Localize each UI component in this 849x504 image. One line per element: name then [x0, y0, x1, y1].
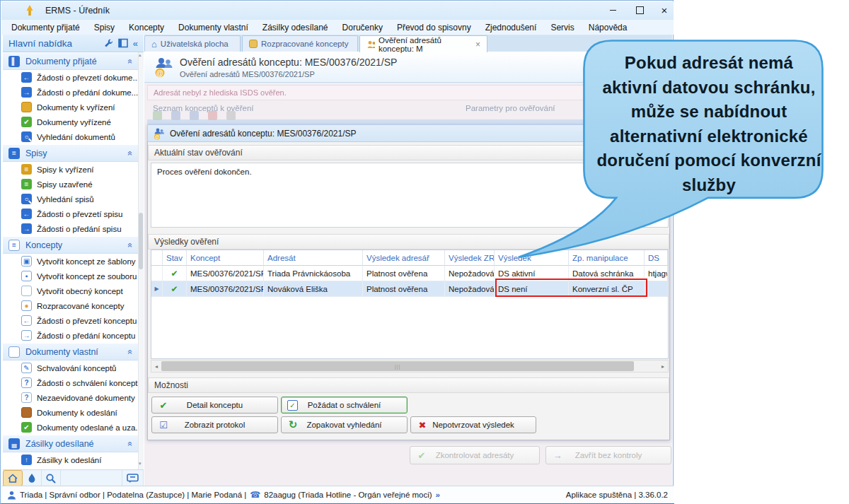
tab-rozpracovane-koncepty[interactable]: Rozpracované koncepty: [242, 35, 358, 52]
isds-notice-text: Adresát nebyl z hlediska ISDS ověřen.: [154, 88, 287, 97]
scroll-down-icon[interactable]: ▾: [139, 461, 142, 467]
scroll-left-icon[interactable]: ◂: [151, 363, 161, 370]
statusbar-more-icon[interactable]: »: [436, 491, 440, 499]
table-horizontal-scrollbar[interactable]: ◂ ||| ▸: [151, 360, 669, 373]
sidebar-item[interactable]: ↑ Zásilky k odeslání: [3, 452, 138, 467]
header-koncept[interactable]: Koncept: [187, 250, 264, 266]
menu-item[interactable]: Zásilky odesílané: [255, 21, 335, 34]
menu-item[interactable]: Dokumenty přijaté: [4, 21, 87, 34]
zopakovat-vyhledani-button[interactable]: ↻ Zopakovat vyhledání: [281, 416, 408, 433]
sidebar-item[interactable]: Dokumenty k vyřízení: [3, 100, 138, 115]
sidebar-group-dokumenty-vlastni[interactable]: Dokumenty vlastní »: [3, 343, 138, 361]
sidebar-group-zasilky-odesilane[interactable]: ▄ Zásilky odesílané »: [3, 435, 138, 452]
header-vysledek-adresar[interactable]: Výsledek adresář: [363, 250, 445, 266]
close-button[interactable]: ×: [655, 3, 674, 18]
sidebar-item[interactable]: ○ Vyhledání dokumentů: [3, 129, 138, 144]
collapse-sidebar-icon[interactable]: «: [133, 38, 138, 49]
sidebar-item[interactable]: ▣ Vytvořit koncept ze šablony: [3, 254, 138, 269]
sidebar-item[interactable]: ✔ Dokumenty vyřízené: [3, 115, 138, 129]
sidebar-item[interactable]: ← Žádosti o převzetí spisu: [3, 206, 138, 221]
button-label: Zavřít bez kontroly: [546, 451, 671, 459]
sidebar-item-icon: [21, 407, 32, 418]
chevron-up-icon[interactable]: »: [125, 151, 135, 156]
sidebar-toolbar: [3, 469, 144, 486]
home-tool-button[interactable]: [3, 470, 23, 486]
menu-item[interactable]: Servis: [543, 21, 581, 34]
search-tool-button[interactable]: [42, 470, 61, 486]
sidebar-item[interactable]: → Žádosti o předání dokume...: [3, 85, 138, 100]
chevron-up-icon[interactable]: »: [125, 59, 135, 64]
sidebar-group-spisy[interactable]: ≡ Spisy »: [3, 144, 138, 162]
sidebar-item[interactable]: → Žádosti o předání konceptu: [3, 328, 138, 343]
chevron-up-icon[interactable]: »: [125, 242, 135, 247]
sidebar-item-label: Dokumenty k odeslání: [37, 409, 117, 417]
sidebar-item-label: Rozpracované koncepty: [37, 302, 124, 310]
sidebar-item[interactable]: ≡ Spisy k vyřízení: [3, 162, 138, 177]
sidebar-item[interactable]: → Žádosti o předání spisu: [3, 221, 138, 236]
group-zasilky-icon: ▄: [8, 438, 20, 450]
cell-adresat: Nováková Eliška: [264, 281, 363, 297]
sidebar-item-label: Žádosti o schválení konceptů: [37, 379, 138, 387]
scroll-right-icon[interactable]: ▸: [658, 363, 668, 370]
sidebar-item[interactable]: ○ Vyhledání spisů: [3, 192, 138, 206]
tab-uzivatelska-plocha[interactable]: ⌂ Uživatelská plocha: [144, 35, 241, 52]
sidebar-item[interactable]: ● Rozpracované koncepty: [3, 298, 138, 313]
maximize-button[interactable]: [630, 3, 649, 18]
detail-konceptu-button[interactable]: ✔ Detail konceptu: [151, 397, 278, 414]
cell-vysledek-adresar: Platnost ověřena: [363, 266, 445, 281]
sidebar-item[interactable]: ← Žádosti o převzetí konceptu: [3, 313, 138, 328]
sidebar-item-label: Schvalování konceptů: [37, 364, 117, 373]
header-adresat[interactable]: Adresát: [264, 250, 363, 266]
scrollbar-thumb[interactable]: |||: [161, 361, 634, 371]
sidebar-scrollbar-thumb[interactable]: [139, 213, 143, 269]
zobrazit-protokol-button[interactable]: ☑ Zobrazit protokol: [151, 416, 278, 433]
minimize-button[interactable]: [603, 3, 622, 18]
page-subtitle: Ověření adresátů MES/00376/2021/SP: [180, 70, 315, 78]
sidebar-item[interactable]: Dokumenty k odeslání: [3, 405, 138, 420]
wrench-icon[interactable]: [103, 38, 113, 48]
sidebar-item[interactable]: ? Nezaevidované dokumenty: [3, 390, 138, 405]
group-label: Spisy: [25, 148, 47, 158]
check-icon: ✔: [158, 400, 169, 411]
sidebar-item[interactable]: Vytvořit obecný koncept: [3, 283, 138, 298]
sidebar-group-koncepty[interactable]: ≡ Koncepty »: [3, 236, 138, 254]
pozadat-o-schv-button[interactable]: ✓ Požádat o schválení: [281, 397, 408, 414]
sidebar-item[interactable]: ✎ Schvalování konceptů: [3, 361, 138, 375]
statusbar-app-state: Aplikace spuštěna | 3.36.0.2: [566, 491, 668, 499]
chevron-up-icon[interactable]: »: [125, 349, 135, 354]
menu-item[interactable]: Koncepty: [122, 21, 171, 34]
cell-koncept: MES/00376/2021/SP: [187, 281, 264, 297]
maximize-icon: [636, 6, 644, 14]
sidebar-item[interactable]: ≡ Spisy uzavřené: [3, 177, 138, 192]
window-title: ERMS - Úředník: [45, 6, 110, 16]
sidebar-item[interactable]: ? Žádosti o schválení konceptů: [3, 375, 138, 390]
callout-line: může se nabídnout: [582, 100, 836, 124]
messages-tool-button[interactable]: [122, 470, 144, 486]
sidebar-item[interactable]: ▪ Vytvořit koncept ze souboru: [3, 269, 138, 283]
panel-layout-icon[interactable]: [118, 38, 128, 48]
sidebar-item[interactable]: ← Žádosti o převzetí dokume...: [3, 70, 138, 85]
zavrit-bez-kontroly-button-disabled[interactable]: → Zavřít bez kontroly: [545, 446, 671, 464]
sidebar-group-dokumenty-prijate[interactable]: ▌ Dokumenty přijaté »: [3, 52, 138, 70]
sidebar-item-label: Nezaevidované dokumenty: [37, 394, 135, 402]
menu-item[interactable]: Zjednodušení: [478, 21, 544, 34]
sidebar-item-icon: ●: [21, 300, 32, 311]
menu-item[interactable]: Doručenky: [335, 21, 390, 34]
button-label: Zobrazit protokol: [152, 421, 277, 429]
group-koncepty-icon: ≡: [8, 240, 20, 251]
menu-item[interactable]: Nápověda: [582, 21, 635, 34]
header-stav[interactable]: Stav: [163, 250, 187, 266]
menu-item[interactable]: Dokumenty vlastní: [171, 21, 255, 34]
chevron-up-icon[interactable]: »: [125, 441, 135, 446]
favorites-tool-button[interactable]: [23, 470, 42, 486]
zkontrolovat-adresaty-button-disabled[interactable]: ✔ Zkontrolovat adresáty: [410, 446, 540, 464]
sidebar-item[interactable]: ✔ Dokumenty odeslané a uza...: [3, 420, 138, 435]
menu-item[interactable]: Převod do spisovny: [390, 21, 478, 34]
menu-item[interactable]: Spisy: [87, 21, 122, 34]
nepotvrzovat-vysledek-button[interactable]: ✖ Nepotvrzovat výsledek: [410, 416, 536, 433]
statusbar-hotline-text: 82aagug (Triada Hotline - Orgán veřejné …: [264, 491, 432, 499]
concepts-tab-icon: [249, 40, 258, 48]
menu-bar: Dokumenty přijatéSpisyKonceptyDokumenty …: [1, 20, 674, 35]
sidebar-item-label: Spisy k vyřízení: [37, 165, 94, 174]
scroll-up-icon[interactable]: ▴: [139, 52, 142, 58]
